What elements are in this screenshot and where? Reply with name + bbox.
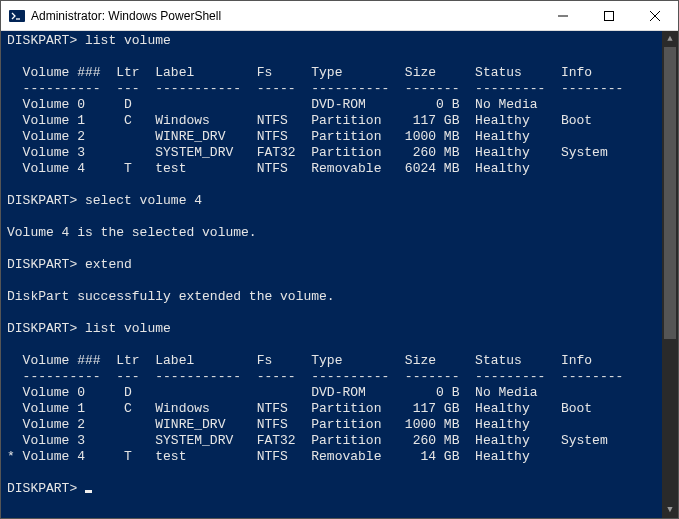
window-controls xyxy=(540,1,678,30)
scrollbar[interactable]: ▲ ▼ xyxy=(662,31,678,518)
svg-rect-3 xyxy=(605,11,614,20)
terminal-area[interactable]: DISKPART> list volume Volume ### Ltr Lab… xyxy=(1,31,678,518)
scroll-up-icon[interactable]: ▲ xyxy=(662,31,678,47)
window-title: Administrator: Windows PowerShell xyxy=(31,9,540,23)
svg-rect-0 xyxy=(9,10,25,22)
terminal-output: DISKPART> list volume Volume ### Ltr Lab… xyxy=(7,33,672,497)
close-button[interactable] xyxy=(632,1,678,30)
maximize-button[interactable] xyxy=(586,1,632,30)
titlebar: Administrator: Windows PowerShell xyxy=(1,1,678,31)
minimize-button[interactable] xyxy=(540,1,586,30)
scroll-down-icon[interactable]: ▼ xyxy=(662,502,678,518)
powershell-icon xyxy=(9,8,25,24)
scrollbar-thumb[interactable] xyxy=(664,47,676,339)
cursor xyxy=(85,490,92,493)
